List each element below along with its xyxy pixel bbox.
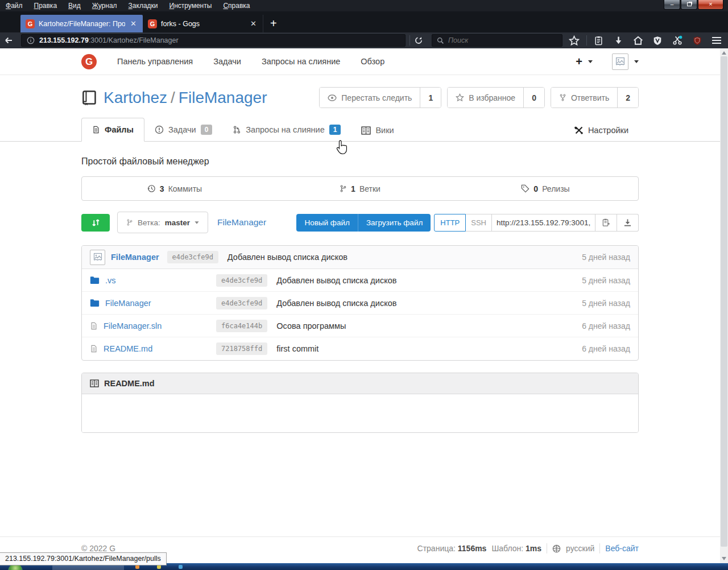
repo-stats-bar: 3Коммиты 1Ветки 0Релизы (81, 176, 639, 201)
repo-name-link[interactable]: FileManager (179, 89, 267, 106)
menu-help[interactable]: Справка (223, 2, 250, 10)
browser-tab-inactive[interactable]: G forks - Gogs ✕ (143, 15, 263, 32)
user-avatar[interactable] (612, 53, 628, 70)
clone-url-input[interactable] (492, 218, 595, 227)
unwatch-button[interactable]: Перестать следить (320, 88, 420, 108)
tab-issues[interactable]: Задачи 0 (144, 118, 222, 142)
stat-releases[interactable]: 0Релизы (453, 177, 638, 200)
tab-files[interactable]: Файлы (81, 118, 144, 142)
copy-url-button[interactable] (595, 214, 617, 232)
menu-tools[interactable]: Инструменты (169, 2, 212, 10)
taskbar-icon[interactable] (135, 565, 139, 569)
branch-controls: Ветка: master FileManager Новый файл Заг… (81, 212, 639, 233)
restore-button[interactable] (681, 0, 697, 10)
readme-title: README.md (104, 379, 155, 388)
back-button[interactable] (3, 36, 17, 45)
fork-button[interactable]: Ответвить (551, 88, 617, 108)
search-input[interactable] (448, 36, 545, 44)
bookmark-star-icon[interactable] (566, 33, 582, 48)
clone-url-group: HTTP SSH (434, 214, 639, 232)
taskbar-icon[interactable] (157, 565, 161, 569)
branch-dropdown[interactable]: Ветка: master (117, 212, 208, 233)
commit-message[interactable]: Добавлен вывод списка дисков (276, 276, 396, 285)
repo-owner-link[interactable]: Kartohez (104, 89, 167, 106)
menu-history[interactable]: Журнал (92, 2, 117, 10)
file-icon (90, 344, 98, 353)
website-link[interactable]: Веб-сайт (605, 544, 639, 553)
stat-commits[interactable]: 3Коммиты (82, 177, 267, 200)
upload-file-button[interactable]: Загрузить файл (358, 214, 431, 232)
compare-button[interactable] (81, 214, 110, 232)
file-link[interactable]: FileManager.sln (104, 321, 162, 331)
site-info-icon[interactable] (27, 36, 35, 44)
footer-divider (547, 543, 547, 554)
taskbar-icon[interactable] (179, 565, 183, 569)
scroll-up-arrow[interactable] (722, 51, 726, 55)
url-bar[interactable]: 213.155.192.79:3001/Kartohez/FileManager (21, 34, 406, 47)
file-link[interactable]: .vs (105, 276, 116, 285)
file-link[interactable]: README.md (104, 344, 152, 353)
home-icon[interactable] (630, 33, 646, 48)
tab-settings[interactable]: Настройки (564, 119, 639, 142)
browser-tab-active[interactable]: G Kartohez/FileManager: Прос ✕ (20, 15, 143, 32)
commit-hash-badge[interactable]: e4de3cfe9d (216, 274, 267, 287)
tab-close-icon[interactable]: ✕ (249, 19, 258, 28)
nav-issues[interactable]: Задачи (213, 57, 241, 66)
watch-count[interactable]: 1 (420, 88, 441, 108)
download-archive-button[interactable] (617, 214, 639, 232)
nav-explore[interactable]: Обзор (361, 57, 384, 66)
close-button[interactable]: × (698, 0, 723, 10)
create-new-button[interactable]: + (576, 55, 582, 68)
new-tab-button[interactable]: + (263, 15, 284, 32)
commit-age: 6 дней назад (582, 321, 630, 331)
menu-view[interactable]: Вид (68, 2, 81, 10)
menu-edit[interactable]: Правка (34, 2, 57, 10)
commit-hash-badge[interactable]: e4de3cfe9d (216, 297, 267, 309)
adblock-shield-icon[interactable] (689, 33, 705, 48)
fork-count[interactable]: 2 (617, 88, 638, 108)
minimize-button[interactable]: – (664, 0, 680, 10)
scrollbar-thumb[interactable] (721, 56, 727, 547)
commit-message[interactable]: first commit (276, 344, 318, 353)
commit-message[interactable]: Добавлен вывод списка дисков (276, 299, 396, 308)
tab-pulls[interactable]: Запросы на слияние 1 (222, 118, 351, 142)
chevron-down-icon[interactable] (588, 60, 593, 63)
committer-avatar[interactable] (90, 250, 105, 265)
scroll-down-arrow[interactable] (722, 557, 726, 560)
bookmarks-panel-icon[interactable] (591, 33, 607, 48)
watch-group: Перестать следить 1 (319, 87, 441, 108)
gogs-logo[interactable]: G (81, 54, 97, 69)
star-button[interactable]: В избранное (448, 88, 523, 108)
protection-shield-icon[interactable] (650, 33, 666, 48)
extension-icon[interactable] (669, 33, 685, 48)
menu-file[interactable]: Файл (6, 2, 23, 10)
language-selector[interactable]: русский (566, 544, 594, 553)
commit-hash-badge[interactable]: e4de3cfe9d (167, 251, 218, 263)
breadcrumb[interactable]: FileManager (217, 217, 266, 228)
page-scrollbar[interactable] (720, 48, 728, 563)
tab-close-icon[interactable]: ✕ (129, 19, 138, 28)
downloads-icon[interactable] (610, 33, 626, 48)
folder-icon (90, 276, 100, 284)
chevron-down-icon[interactable] (634, 60, 639, 63)
broken-image-icon (615, 57, 625, 67)
new-file-button[interactable]: Новый файл (296, 214, 357, 232)
menu-bookmarks[interactable]: Закладки (129, 2, 158, 10)
stat-branches[interactable]: 1Ветки (267, 177, 453, 200)
commit-hash-badge[interactable]: f6ca4e144b (216, 320, 267, 332)
tools-icon (574, 126, 584, 135)
reload-button[interactable] (414, 36, 428, 45)
http-toggle[interactable]: HTTP (434, 214, 466, 232)
menu-hamburger-icon[interactable] (709, 33, 725, 48)
tab-wiki[interactable]: Вики (351, 119, 404, 142)
nav-dashboard[interactable]: Панель управления (117, 57, 193, 66)
file-link[interactable]: FileManager (105, 299, 151, 308)
commit-hash-badge[interactable]: 7218758ffd (216, 342, 267, 355)
committer-name-link[interactable]: FileManager (111, 253, 159, 262)
star-count[interactable]: 0 (523, 88, 544, 108)
commit-message[interactable]: Осова программы (276, 321, 346, 331)
ssh-toggle[interactable]: SSH (466, 214, 492, 232)
nav-pulls[interactable]: Запросы на слияние (262, 57, 340, 66)
clipboard-copy-icon (602, 218, 610, 227)
search-box[interactable] (432, 34, 562, 47)
